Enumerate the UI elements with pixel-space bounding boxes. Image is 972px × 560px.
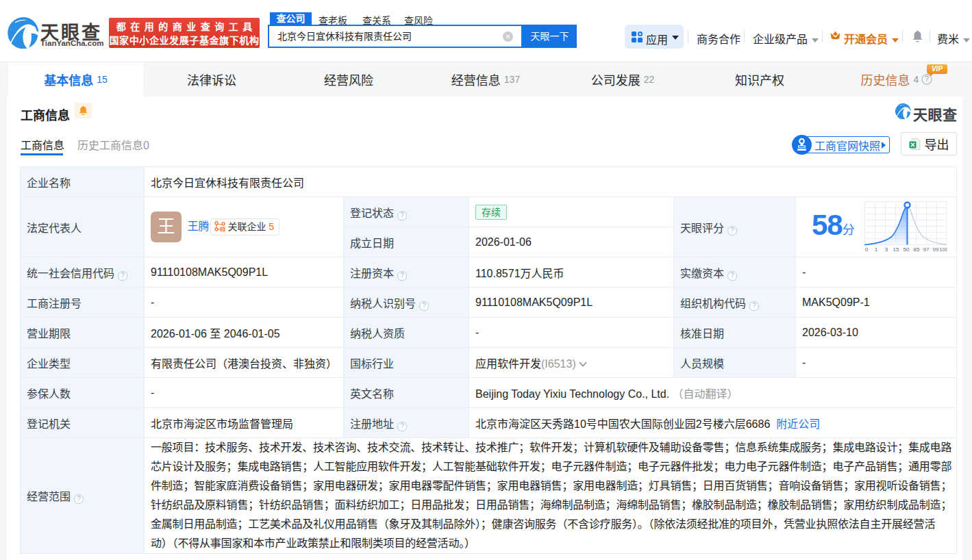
svg-text:85: 85 [913,246,919,253]
svg-text:企: 企 [221,227,225,231]
svg-text:99: 99 [932,246,938,253]
svg-text:15: 15 [893,246,899,253]
svg-text:?: ? [925,75,930,83]
svg-text:50: 50 [903,246,909,253]
svg-text:100: 100 [939,246,947,253]
svg-text:0: 0 [864,246,868,253]
svg-text:1: 1 [874,246,877,253]
svg-text:3: 3 [884,246,888,253]
svg-text:97: 97 [923,246,929,253]
